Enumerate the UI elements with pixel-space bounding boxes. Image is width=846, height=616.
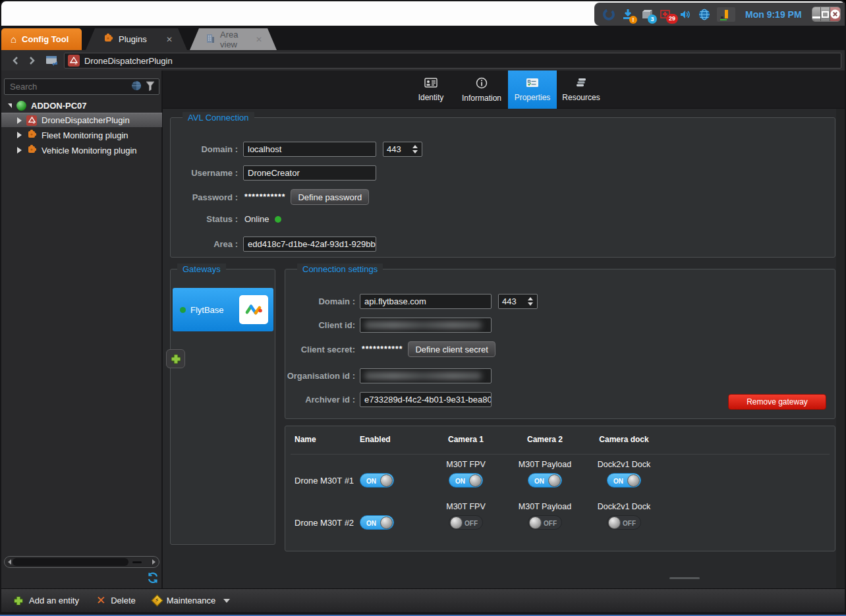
- toggle-knob: [548, 474, 561, 487]
- updates-count-badge: 3: [648, 14, 657, 24]
- tree-item-label: Vehicle Monitoring plugin: [42, 146, 137, 155]
- add-gateway-button[interactable]: [166, 349, 185, 368]
- col-header-enabled: Enabled: [360, 426, 391, 453]
- tree-item-label: Fleet Monitoring plugin: [42, 130, 128, 140]
- organisation-id-input[interactable]: [360, 368, 492, 383]
- tab-config-tool[interactable]: ⌂ Config Tool: [1, 28, 82, 50]
- spin-down-icon[interactable]: [528, 302, 533, 306]
- camera2-name: M30T Payload: [505, 502, 584, 511]
- avl-port-spinner[interactable]: 443: [383, 142, 422, 157]
- collapse-caret-icon[interactable]: [17, 147, 22, 154]
- camera1-toggle[interactable]: OFF: [449, 515, 483, 530]
- camera-dock-toggle[interactable]: ON: [607, 473, 641, 488]
- navigation-bar: x DroneDispatcherPlugin: [1, 50, 845, 70]
- search-input[interactable]: [5, 82, 131, 92]
- gateway-item-flytbase[interactable]: FlytBase: [173, 288, 273, 331]
- tab-plugins[interactable]: Plugins ✕: [86, 28, 187, 50]
- filter-funnel-icon[interactable]: [146, 81, 155, 93]
- spin-down-icon[interactable]: [412, 150, 418, 154]
- volume-icon[interactable]: [679, 7, 692, 22]
- tree-item-label: ADDON-PC07: [31, 101, 87, 111]
- remove-gateway-button[interactable]: Remove gateway: [728, 394, 826, 410]
- health-monitor-icon[interactable]: 29: [660, 7, 673, 22]
- expand-caret-icon[interactable]: [8, 103, 12, 108]
- horizontal-scroll-hint[interactable]: [669, 577, 700, 579]
- download-updates-icon[interactable]: !: [621, 7, 634, 22]
- col-header-camera2: Camera 2: [505, 426, 584, 453]
- toggle-state-label: ON: [366, 478, 376, 485]
- enabled-toggle[interactable]: ON: [360, 515, 394, 530]
- delete-x-icon: ✕: [96, 595, 105, 606]
- plus-icon: [13, 596, 24, 606]
- tab-area-view[interactable]: Area view ✕: [190, 28, 277, 50]
- avl-domain-input[interactable]: localhost: [243, 142, 376, 157]
- camera-dock-toggle[interactable]: OFF: [607, 515, 641, 530]
- scrollbar-thumb[interactable]: [13, 558, 128, 566]
- tab-properties[interactable]: Properties: [508, 70, 557, 109]
- avl-area-input[interactable]: edd418c7-d1be-42af-93d1-929bbe8: [243, 237, 376, 252]
- gateway-online-dot: [180, 307, 186, 313]
- conn-domain-input[interactable]: api.flytbase.com: [360, 294, 492, 309]
- col-header-name: Name: [295, 426, 316, 453]
- svg-text:x: x: [32, 121, 34, 125]
- tab-identity[interactable]: Identity: [407, 70, 455, 109]
- tab-label: Properties: [515, 93, 551, 102]
- back-button[interactable]: [7, 56, 24, 65]
- toggle-state-label: OFF: [465, 520, 478, 527]
- enabled-toggle[interactable]: ON: [360, 473, 394, 488]
- avl-connection-panel: AVL Connection Domain : localhost 443 Us…: [170, 117, 835, 258]
- maintenance-label: Maintenance: [167, 596, 215, 605]
- building-icon: [206, 34, 215, 45]
- vertical-scrollbar-track[interactable]: [836, 109, 845, 588]
- collapse-caret-icon[interactable]: [17, 132, 22, 138]
- tree-item-drone-dispatcher-plugin[interactable]: x DroneDispatcherPlugin: [1, 113, 162, 127]
- define-client-secret-button[interactable]: Define client secret: [408, 341, 495, 357]
- refresh-icon[interactable]: [146, 571, 159, 586]
- col-header-camera-dock: Camera dock: [584, 426, 663, 453]
- tree-horizontal-scrollbar[interactable]: [4, 556, 159, 568]
- avl-username-input[interactable]: DroneCreator: [243, 165, 376, 181]
- puzzle-icon: [26, 129, 37, 142]
- minimize-button[interactable]: [812, 7, 822, 21]
- tab-area-view-close-icon[interactable]: ✕: [256, 35, 262, 44]
- conn-port-spinner[interactable]: 443: [498, 294, 538, 309]
- camera2-toggle[interactable]: OFF: [528, 515, 562, 530]
- tab-config-tool-label: Config Tool: [22, 34, 69, 44]
- col-header-camera1: Camera 1: [426, 426, 505, 453]
- scroll-right-icon[interactable]: [152, 559, 155, 565]
- spin-up-icon[interactable]: [528, 297, 533, 300]
- maximize-button[interactable]: [821, 7, 830, 21]
- tab-resources[interactable]: Resources: [557, 70, 606, 109]
- package-icon[interactable]: 3: [640, 7, 654, 22]
- genetec-logo-icon[interactable]: [602, 7, 615, 22]
- tab-plugins-close-icon[interactable]: ✕: [166, 35, 173, 44]
- tree-item-fleet-monitoring[interactable]: Fleet Monitoring plugin: [1, 128, 162, 142]
- entity-browser-icon[interactable]: [41, 55, 63, 66]
- search-scope-globe-icon[interactable]: [131, 80, 142, 93]
- close-button[interactable]: [830, 7, 840, 21]
- forward-button[interactable]: [24, 56, 41, 65]
- system-tray: ! 3 29 Mon 9:19 PM: [594, 3, 845, 26]
- scroll-left-icon[interactable]: [8, 559, 11, 565]
- camera2-toggle[interactable]: ON: [528, 473, 562, 488]
- client-id-label: Client id:: [285, 320, 355, 330]
- tree-item-server[interactable]: ADDON-PC07: [1, 98, 162, 113]
- client-id-input[interactable]: [360, 318, 492, 333]
- network-globe-icon[interactable]: [698, 7, 711, 22]
- breadcrumb[interactable]: x DroneDispatcherPlugin: [64, 53, 841, 69]
- collapse-caret-icon[interactable]: [17, 117, 22, 124]
- tab-information[interactable]: Information: [455, 70, 508, 109]
- spin-up-icon[interactable]: [412, 145, 418, 148]
- performance-meter-icon[interactable]: [717, 7, 735, 22]
- main-content: Identity Information Properties: [163, 70, 845, 588]
- tree-item-vehicle-monitoring[interactable]: Vehicle Monitoring plugin: [1, 143, 162, 157]
- delete-button[interactable]: ✕ Delete: [96, 595, 136, 606]
- archiver-id-input[interactable]: e733289d-f4c2-4b01-9e31-bea8068: [360, 392, 492, 407]
- home-icon: ⌂: [11, 34, 16, 45]
- add-entity-button[interactable]: Add an entity: [13, 596, 79, 606]
- flytbase-logo-icon: [239, 295, 268, 324]
- define-password-button[interactable]: Define password: [291, 189, 369, 205]
- maintenance-dropdown[interactable]: ⚡ Maintenance: [153, 596, 230, 605]
- status-bar: Add an entity ✕ Delete ⚡ Maintenance: [1, 588, 845, 612]
- camera1-toggle[interactable]: ON: [449, 473, 483, 488]
